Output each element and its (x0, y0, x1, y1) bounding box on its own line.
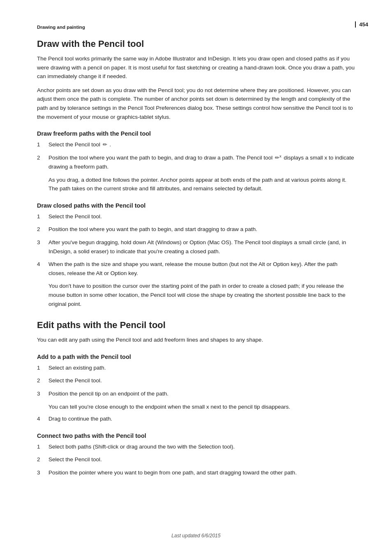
closed-step-1: 1 Select the Pencil tool. (37, 212, 355, 221)
step-content: When the path is the size and shape you … (48, 260, 355, 278)
step-number: 3 (37, 468, 48, 477)
connect-paths-heading: Connect two paths with the Pencil tool (37, 432, 355, 439)
step-number: 2 (37, 376, 48, 385)
add-path-step-4-list: 4 Drag to continue the path. (37, 414, 355, 423)
page-container: 454 Drawing and painting Draw with the P… (0, 0, 392, 555)
closed-step-3: 3 After you've begun dragging, hold down… (37, 238, 355, 256)
freeform-note: As you drag, a dotted line follows the p… (48, 176, 355, 193)
add-path-step-1: 1 Select an existing path. (37, 363, 355, 372)
closed-step-4: 4 When the path is the size and shape yo… (37, 260, 355, 278)
pencil-icon: ✏︎ (103, 141, 107, 149)
add-path-step-3: 3 Position the pencil tip on an endpoint… (37, 389, 355, 398)
freeform-step-1: 1 Select the Pencil tool ✏︎ . (37, 140, 355, 149)
pencil-x-icon: ✏︎x (275, 153, 281, 162)
page-number: 454 (355, 21, 368, 28)
step-content: After you've begun dragging, hold down A… (48, 238, 355, 256)
step-number: 1 (37, 442, 48, 451)
freeform-step-2: 2 Position the tool where you want the p… (37, 153, 355, 171)
step-content: Position the tool where you want the pat… (48, 225, 355, 234)
step-number: 4 (37, 414, 48, 423)
step-content: Select both paths (Shift-click or drag a… (48, 442, 355, 451)
edit-paths-heading: Edit paths with the Pencil tool (37, 320, 355, 331)
step-content: Position the pointer where you want to b… (48, 468, 355, 477)
closed-steps-list: 1 Select the Pencil tool. 2 Position the… (37, 212, 355, 278)
step-content: Select an existing path. (48, 363, 355, 372)
connect-paths-steps-list: 1 Select both paths (Shift-click or drag… (37, 442, 355, 477)
step-number: 3 (37, 238, 48, 247)
step-content: Position the tool where you want the pat… (48, 153, 355, 171)
step-2-text-before: Position the tool where you want the pat… (48, 155, 274, 161)
step-number: 1 (37, 212, 48, 221)
footer: Last updated 6/6/2015 (0, 533, 392, 539)
step-number: 2 (37, 153, 48, 162)
step-1-text-before: Select the Pencil tool (48, 141, 100, 148)
step-content: Drag to continue the path. (48, 414, 355, 423)
step-number: 3 (37, 389, 48, 398)
edit-paths-intro: You can edit any path using the Pencil t… (37, 335, 355, 345)
intro-paragraph-2: Anchor points are set down as you draw w… (37, 86, 355, 121)
connect-step-3: 3 Position the pointer where you want to… (37, 468, 355, 477)
step-1-text-after: . (110, 141, 111, 148)
add-path-step-2: 2 Select the Pencil tool. (37, 376, 355, 385)
closed-note: You don't have to position the cursor ov… (48, 282, 355, 308)
section-label: Drawing and painting (37, 25, 355, 30)
step-content: Select the Pencil tool. (48, 455, 355, 464)
closed-step-2: 2 Position the tool where you want the p… (37, 225, 355, 234)
step-content: Position the pencil tip on an endpoint o… (48, 389, 355, 398)
freeform-steps-list: 1 Select the Pencil tool ✏︎ . 2 Position… (37, 140, 355, 171)
add-path-steps-list: 1 Select an existing path. 2 Select the … (37, 363, 355, 398)
step-content: Select the Pencil tool. (48, 212, 355, 221)
step-content: Select the Pencil tool. (48, 376, 355, 385)
step-number: 4 (37, 260, 48, 269)
step-number: 1 (37, 363, 48, 372)
freeform-heading: Draw freeform paths with the Pencil tool (37, 130, 355, 137)
step-number: 2 (37, 455, 48, 464)
closed-paths-heading: Draw closed paths with the Pencil tool (37, 202, 355, 209)
connect-step-1: 1 Select both paths (Shift-click or drag… (37, 442, 355, 451)
connect-step-2: 2 Select the Pencil tool. (37, 455, 355, 464)
step-number: 2 (37, 225, 48, 234)
step-number: 1 (37, 140, 48, 149)
add-path-note: You can tell you're close enough to the … (48, 402, 355, 412)
step-content: Select the Pencil tool ✏︎ . (48, 140, 355, 149)
draw-with-pencil-heading: Draw with the Pencil tool (37, 39, 355, 49)
edit-paths-section: Edit paths with the Pencil tool You can … (37, 320, 355, 345)
intro-paragraph-1: The Pencil tool works primarily the same… (37, 54, 355, 81)
add-path-heading: Add to a path with the Pencil tool (37, 354, 355, 360)
add-path-step-4: 4 Drag to continue the path. (37, 414, 355, 423)
